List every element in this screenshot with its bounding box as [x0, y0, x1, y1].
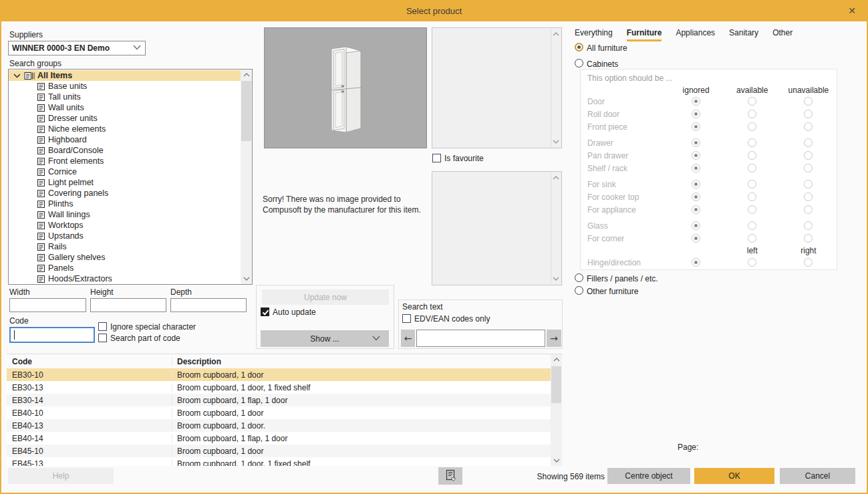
results-scrollbar[interactable]	[551, 354, 562, 466]
option-row-label: Drawer	[581, 138, 668, 148]
scroll-down-icon[interactable]	[553, 276, 559, 281]
radio-other-furniture[interactable]	[575, 286, 583, 295]
table-row-eb45-10[interactable]: EB45-10Broom cupboard, 1 door	[7, 445, 551, 457]
tree-item-hoods-extractors[interactable]: Hoods/Extractors	[9, 273, 241, 284]
tree-scrollbar[interactable]	[241, 70, 252, 284]
tree-item-rails[interactable]: Rails	[9, 241, 241, 252]
tree-item-board-console[interactable]: Board/Console	[9, 145, 241, 156]
ignore-special-checkbox[interactable]	[98, 322, 107, 331]
product-preview-3d	[264, 27, 427, 148]
tree-item-upstands[interactable]: Upstands	[9, 231, 241, 241]
cancel-button[interactable]: Cancel	[780, 468, 855, 484]
radio-all-furniture[interactable]	[575, 43, 583, 51]
tree-item-panels[interactable]: Panels	[9, 263, 241, 273]
option-row-for-cooker-top: For cooker top	[581, 191, 837, 203]
tree-item-front-elements[interactable]: Front elements	[9, 156, 241, 166]
tree-item-light-pelmet[interactable]: Light pelmet	[9, 177, 241, 188]
auto-update-checkbox[interactable]	[261, 307, 269, 316]
tree-item-label: Base units	[48, 82, 87, 91]
width-input[interactable]	[9, 298, 86, 312]
search-text-input[interactable]	[416, 330, 545, 347]
column-header-description[interactable]: Description	[172, 357, 562, 366]
tree-item-label: Wall linings	[48, 210, 90, 219]
list-item-icon	[37, 200, 45, 209]
radio-fillers[interactable]	[575, 273, 583, 282]
scroll-down-icon[interactable]	[241, 273, 252, 284]
tree-item-highboard[interactable]: Highboard	[9, 134, 241, 145]
product-info-panel	[432, 27, 562, 148]
tab-sanitary[interactable]: Sanitary	[729, 28, 758, 41]
is-favourite-checkbox[interactable]	[432, 154, 441, 162]
code-input[interactable]	[9, 327, 95, 343]
scroll-up-icon[interactable]	[551, 354, 562, 365]
search-part-checkbox[interactable]	[98, 334, 107, 342]
table-row-eb40-14[interactable]: EB40-14Broom cupboard, 1 flap, 1 door	[7, 432, 551, 445]
tab-appliances[interactable]: Appliances	[676, 28, 715, 41]
radio-cabinets-label: Cabinets	[587, 59, 618, 69]
tree-item-base-units[interactable]: Base units	[9, 81, 241, 92]
tab-other[interactable]: Other	[772, 28, 792, 41]
update-now-button[interactable]: Update now	[262, 289, 389, 305]
tree-item-worktops[interactable]: Worktops	[9, 220, 241, 231]
radio-door-ignored	[692, 97, 700, 106]
suppliers-dropdown[interactable]: WINNER 0000-3 EN Demo	[8, 41, 146, 55]
favourites-list-button[interactable]	[438, 467, 462, 485]
depth-input[interactable]	[170, 298, 247, 312]
scroll-up-icon[interactable]	[553, 175, 559, 180]
tree-item-plinths[interactable]: Plinths	[9, 199, 241, 209]
tree-item-label: Dresser units	[48, 114, 98, 123]
list-item-icon	[37, 243, 45, 251]
results-scrollbar-thumb[interactable]	[551, 366, 561, 403]
tab-furniture[interactable]: Furniture	[627, 28, 662, 41]
cabinet-options-box: This option should be ... . ignored avai…	[580, 69, 837, 270]
tree-item-covering-panels[interactable]: Covering panels	[9, 188, 241, 199]
tree-item-label: Gallery shelves	[48, 253, 105, 262]
search-groups-list: All ItemsBase unitsTall unitsWall unitsD…	[9, 70, 241, 284]
tree-item-cornice[interactable]: Cornice	[9, 166, 241, 177]
scroll-down-icon[interactable]	[553, 139, 559, 144]
show-button[interactable]: Show ...	[261, 330, 389, 347]
table-row-eb30-10[interactable]: EB30-10Broom cupboard, 1 door	[7, 368, 551, 381]
search-prev-button[interactable]: ←	[401, 330, 415, 347]
tree-item-wall-linings[interactable]: Wall linings	[9, 209, 241, 220]
height-input[interactable]	[90, 298, 166, 312]
scroll-down-icon[interactable]	[551, 455, 562, 466]
list-item-icon	[37, 146, 45, 155]
tree-item-gallery-shelves[interactable]: Gallery shelves	[9, 252, 241, 263]
help-button[interactable]: Help	[8, 468, 114, 484]
table-row-eb30-14[interactable]: EB30-14Broom cupboard, 1 flap, 1 door	[7, 394, 551, 406]
table-row-eb45-13[interactable]: EB45-13Broom cupboard, 1 door, 1 fixed s…	[7, 457, 551, 466]
table-row-eb40-10[interactable]: EB40-10Broom cupboard, 1 door	[7, 406, 551, 419]
description-panel-scrollbar[interactable]	[551, 172, 561, 284]
centre-object-button[interactable]: Centre object	[607, 468, 690, 484]
cell-code: EB45-10	[7, 447, 172, 456]
table-row-eb40-13[interactable]: EB40-13Broom cupboard, 1 door.	[7, 419, 551, 432]
scroll-up-icon[interactable]	[553, 31, 559, 37]
edv-ean-checkbox[interactable]	[402, 314, 411, 323]
tree-scrollbar-thumb[interactable]	[241, 81, 251, 141]
radio-drawer-unavailable	[804, 138, 813, 147]
search-next-button[interactable]: →	[547, 330, 561, 347]
width-label: Width	[9, 287, 30, 297]
ok-button[interactable]: OK	[694, 468, 774, 484]
showing-items-count: Showing 569 items	[509, 472, 605, 481]
tree-item-wall-units[interactable]: Wall units	[9, 102, 241, 113]
product-description-panel	[432, 171, 562, 285]
tree-item-all-items[interactable]: All Items	[9, 70, 241, 81]
table-row-eb30-13[interactable]: EB30-13Broom cupboard, 1 door, 1 fixed s…	[7, 381, 551, 394]
column-header-code[interactable]: Code	[7, 357, 172, 366]
column-unavailable: unavailable	[780, 86, 837, 95]
info-panel-scrollbar[interactable]	[551, 29, 561, 147]
radio-hinge-direction-right	[804, 258, 813, 267]
tree-item-tall-units[interactable]: Tall units	[9, 92, 241, 102]
tree-item-niche-elements[interactable]: Niche elements	[9, 124, 241, 134]
tab-everything[interactable]: Everything	[575, 28, 613, 41]
tree-item-dresser-units[interactable]: Dresser units	[9, 113, 241, 124]
close-icon[interactable]: ✕	[848, 5, 856, 16]
tree-item-label: Niche elements	[48, 124, 106, 134]
list-item-icon	[37, 221, 45, 230]
radio-cabinets[interactable]	[575, 59, 583, 68]
scroll-up-icon[interactable]	[241, 70, 252, 80]
list-item-icon	[37, 275, 45, 283]
options-title: This option should be ...	[587, 74, 837, 83]
